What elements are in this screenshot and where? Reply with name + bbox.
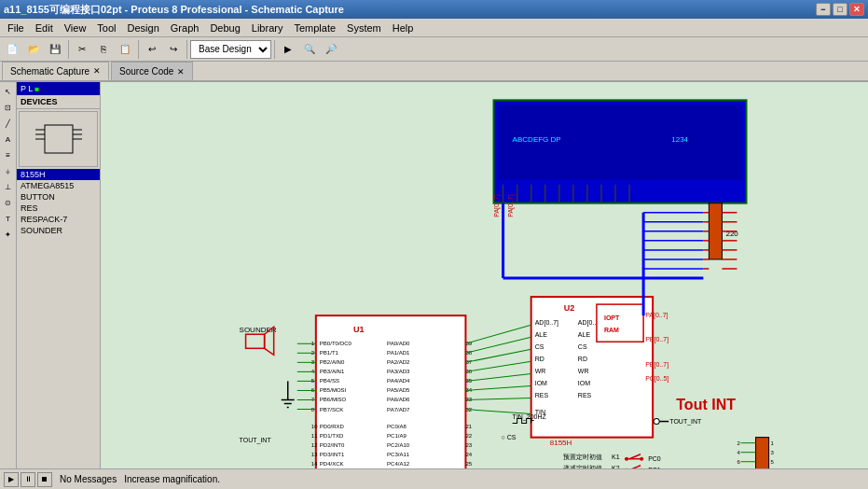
canvas-area[interactable]: ABCDEFG DP 1234 PA[0..7] PA[0..7] 220 (101, 82, 868, 468)
menu-graph[interactable]: Graph (165, 21, 205, 35)
svg-text:WR: WR (578, 368, 589, 374)
menu-help[interactable]: Help (387, 21, 420, 35)
k1-label: K1 (612, 454, 620, 460)
svg-text:ALE: ALE (535, 331, 548, 338)
copy-button[interactable]: ⎘ (93, 39, 114, 60)
svg-text:23: 23 (465, 442, 472, 448)
panel-mode-label: P L (21, 84, 33, 93)
play-button[interactable]: ▶ (4, 472, 19, 487)
svg-rect-0 (45, 125, 73, 153)
menu-file[interactable]: File (2, 21, 30, 35)
svg-text:PD4/XCK: PD4/XCK (320, 461, 344, 467)
device-item-res[interactable]: RES (17, 203, 100, 214)
tab-schematic-close[interactable]: ✕ (93, 66, 101, 76)
svg-text:PC1/A9: PC1/A9 (387, 433, 406, 439)
status-hint: Increase magnification. (124, 474, 220, 484)
svg-text:PB0/T0/OC0: PB0/T0/OC0 (320, 341, 352, 346)
svg-line-186 (465, 361, 530, 371)
svg-text:PD0/RXD: PD0/RXD (320, 424, 345, 429)
svg-text:RD: RD (578, 356, 587, 362)
menu-design[interactable]: Design (122, 21, 165, 35)
menu-view[interactable]: View (59, 21, 92, 35)
lcd-text-row2: 1234 (671, 135, 688, 144)
u2-chip-label: 8155H (550, 439, 572, 447)
design-dropdown[interactable]: Base Design (190, 40, 271, 59)
svg-text:PD2/INT0: PD2/INT0 (320, 442, 345, 448)
device-item-respack-7[interactable]: RESPACK-7 (17, 214, 100, 225)
svg-text:1: 1 (771, 440, 775, 446)
panel-active-indicator: ■ (34, 85, 39, 93)
svg-text:PA0/AD0: PA0/AD0 (387, 341, 410, 346)
pa07-top-label: PA[0..7] (493, 194, 501, 217)
zoom-in-button[interactable]: 🔍 (299, 39, 320, 60)
svg-text:PA4/AD4: PA4/AD4 (387, 378, 410, 384)
svg-text:5: 5 (771, 459, 775, 465)
sep3 (186, 40, 187, 59)
marker-tool[interactable]: ✦ (1, 227, 16, 242)
tab-source[interactable]: Source Code ✕ (111, 62, 193, 80)
sep1 (68, 40, 69, 59)
svg-text:6: 6 (737, 459, 740, 465)
svg-text:PC0: PC0 (648, 455, 661, 462)
power-tool[interactable]: ⏚ (1, 163, 16, 178)
svg-text:IOM: IOM (535, 380, 547, 386)
tout-int-big: Tout INT (676, 396, 736, 412)
terminal-tool[interactable]: ⊥ (1, 179, 16, 194)
save-button[interactable]: 💾 (45, 39, 65, 60)
k2-label: K2 (612, 465, 620, 468)
svg-text:11: 11 (311, 433, 318, 439)
svg-text:21: 21 (465, 424, 472, 429)
tab-source-close[interactable]: ✕ (177, 67, 185, 77)
redo-button[interactable]: ↪ (163, 39, 184, 60)
note1-label: 预置定时初值 (563, 454, 602, 460)
tab-bar: Schematic Capture ✕ Source Code ✕ (0, 62, 868, 82)
maximize-button[interactable]: □ (833, 3, 847, 16)
svg-text:PB5/MOSI: PB5/MOSI (320, 387, 347, 393)
cut-button[interactable]: ✂ (72, 39, 92, 60)
svg-text:25: 25 (465, 461, 472, 467)
menu-debug[interactable]: Debug (204, 21, 245, 35)
note2-label: 递减定时初值 (563, 465, 602, 468)
device-item-atmega8515[interactable]: ATMEGA8515 (17, 180, 100, 191)
menu-edit[interactable]: Edit (30, 21, 59, 35)
open-button[interactable]: 📂 (23, 39, 44, 60)
minimize-button[interactable]: − (816, 3, 831, 16)
svg-text:PB4/SS: PB4/SS (320, 378, 339, 384)
new-button[interactable]: 📄 (2, 39, 22, 60)
menu-library[interactable]: Library (246, 21, 289, 35)
label-tool[interactable]: A (1, 132, 16, 147)
device-item-8155h[interactable]: 8155H (17, 169, 100, 180)
tab-schematic[interactable]: Schematic Capture ✕ (2, 62, 109, 80)
close-button[interactable]: ✕ (849, 3, 864, 16)
svg-text:PB1/T1: PB1/T1 (320, 350, 339, 356)
undo-button[interactable]: ↩ (142, 39, 162, 60)
probe-tool[interactable]: ⊙ (1, 195, 16, 210)
svg-text:PC3/A11: PC3/A11 (387, 452, 410, 457)
sounder-label: SOUNDER (240, 326, 277, 334)
svg-text:PB6/MISO: PB6/MISO (320, 397, 347, 402)
side-panel: P L ■ DEVICES 8155HATMEGA8515BUTTONRESRE… (17, 82, 101, 468)
sep2 (138, 40, 139, 59)
device-item-sounder[interactable]: SOUNDER (17, 225, 100, 236)
menu-tool[interactable]: Tool (91, 21, 121, 35)
step-button[interactable]: ⏸ (21, 472, 35, 487)
svg-text:PB3/AIN1: PB3/AIN1 (320, 369, 345, 374)
stop-button[interactable]: ⏹ (37, 472, 52, 487)
svg-line-184 (465, 337, 530, 353)
device-item-button[interactable]: BUTTON (17, 191, 100, 203)
text-tool[interactable]: T (1, 211, 16, 226)
rp1-pack (756, 438, 769, 468)
zoom-out-button[interactable]: 🔎 (321, 39, 341, 60)
status-bar: ▶ ⏸ ⏹ No Messages Increase magnification… (0, 468, 868, 489)
run-button[interactable]: ▶ (278, 39, 298, 60)
wire-tool[interactable]: ╱ (1, 116, 16, 131)
menu-template[interactable]: Template (288, 21, 341, 35)
schematic-svg: ABCDEFG DP 1234 PA[0..7] PA[0..7] 220 (101, 82, 868, 468)
menu-system[interactable]: System (341, 21, 387, 35)
select-tool[interactable]: ↖ (1, 84, 16, 99)
svg-text:PA3/AD3: PA3/AD3 (387, 369, 410, 374)
component-tool[interactable]: ⊡ (1, 100, 16, 115)
svg-text:2: 2 (737, 440, 740, 446)
paste-button[interactable]: 📋 (115, 39, 135, 60)
bus-tool[interactable]: ≡ (1, 147, 16, 162)
